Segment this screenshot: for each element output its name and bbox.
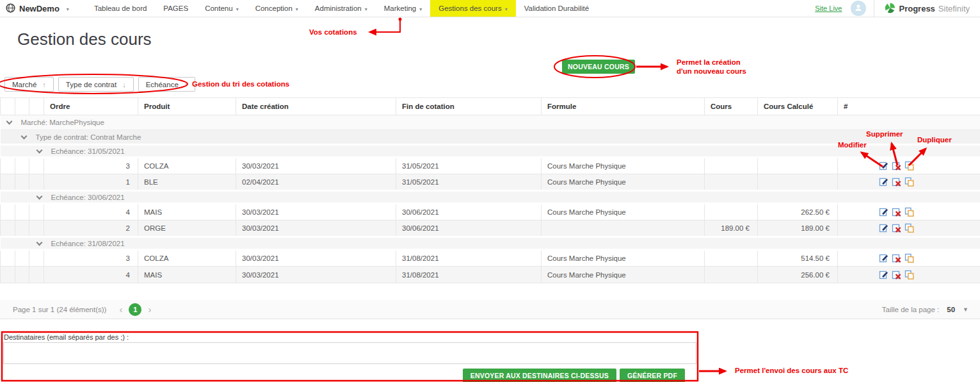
column-header-ordre[interactable]: Ordre [44,98,138,115]
nav-item-validation-durabilite[interactable]: Validation Durabilité [516,0,597,17]
group-label: Type de contrat: Contrat Marche [36,133,141,141]
current-page-button[interactable]: 1 [129,303,141,316]
nav-menu: Tableau de bordPAGESContenu▾Conception▾A… [86,0,597,17]
delete-icon[interactable] [892,161,902,171]
cell-blank [1,220,15,237]
cell-date-creation: 30/03/2021 [236,267,396,283]
user-avatar[interactable] [851,1,866,16]
nav-item-contenu[interactable]: Contenu▾ [197,0,247,17]
edit-icon[interactable] [879,161,889,171]
nav-item-tableau-de-bord[interactable]: Tableau de bord [86,0,155,17]
nav-item-conception[interactable]: Conception▾ [247,0,307,17]
nav-item-marketing[interactable]: Marketing▾ [376,0,431,17]
cell-date-creation: 30/03/2021 [236,220,396,237]
duplicate-icon[interactable] [904,177,915,187]
cell-formule [542,220,705,237]
pagination-bar: Page 1 sur 1 (24 élément(s)) ‹ 1 › Taill… [0,300,980,319]
cell-actions [838,220,980,237]
group-row-echeance-31-08-2021[interactable]: Echéance: 31/08/2021 [1,237,980,250]
collapse-chevron-icon[interactable] [36,240,42,246]
annotation-dot [399,18,402,21]
annotation-nouveau-line2: d'un nouveau cours [677,67,746,75]
cell-actions [838,204,980,220]
annotation-envoi: Permet l'envoi des cours aux TC [735,367,848,374]
cell-actions [838,174,980,191]
column-header-cours-calcule[interactable]: Cours Calculé [758,98,838,115]
cell-fin-cotation: 31/05/2021 [396,174,542,191]
column-header-date-creation[interactable]: Date création [236,98,396,115]
nav-right: Site Live Progress Sitefinity [815,0,980,17]
nav-item-label: Administration [315,4,362,12]
sort-button-label: Type de contrat [66,81,116,88]
cell-blank [15,220,29,237]
column-header-blank[interactable]: # [838,98,980,115]
sort-button-marche[interactable]: Marché↑ [4,77,54,92]
delete-icon[interactable] [892,253,902,263]
annotation-arrow-vos-cotations [370,19,400,32]
column-header-produit[interactable]: Produit [138,98,236,115]
sort-button-label: Marché [12,81,36,88]
cell-blank [15,174,29,191]
duplicate-icon[interactable] [904,253,915,263]
site-live-link[interactable]: Site Live [815,4,842,12]
cell-produit: BLE [138,174,236,191]
column-header-fin-de-cotation[interactable]: Fin de cotation [396,98,542,115]
sort-asc-icon: ↑ [42,81,46,88]
chevron-down-icon[interactable]: ▼ [963,306,968,313]
recipients-textarea[interactable] [3,342,696,364]
progress-pinwheel-icon [885,3,896,15]
column-header-formule[interactable]: Formule [542,98,705,115]
group-label: Echéance: 31/05/2021 [51,147,125,155]
edit-icon[interactable] [879,270,889,280]
collapse-chevron-icon[interactable] [6,119,12,125]
edit-icon[interactable] [879,207,889,217]
edit-icon[interactable] [879,253,889,263]
duplicate-icon[interactable] [904,161,915,171]
cell-blank [15,204,29,220]
generate-pdf-button[interactable]: GÉNÉRER PDF [620,369,685,382]
collapse-chevron-icon[interactable] [36,147,42,154]
sort-button-type-de-contrat[interactable]: Type de contrat↓ [58,77,134,92]
group-row-marche-marchephysique[interactable]: Marché: MarchePhysique [1,115,980,130]
cell-formule: Cours Marche Physique [542,174,705,191]
delete-icon[interactable] [892,223,902,233]
group-row-echeance-31-05-2021[interactable]: Echéance: 31/05/2021 [1,145,980,158]
delete-icon[interactable] [892,177,902,187]
previous-page-button[interactable]: ‹ [115,304,126,315]
brand[interactable]: NewDemo ▾ [6,3,69,14]
nav-item-pages[interactable]: PAGES [155,0,197,17]
chevron-down-icon: ▾ [365,6,367,12]
nav-item-label: Gestions des cours [438,4,501,12]
edit-icon[interactable] [879,177,889,187]
column-header-cours[interactable]: Cours [705,98,758,115]
cell-cours-calcule [758,158,838,174]
delete-icon[interactable] [892,207,902,217]
delete-icon[interactable] [892,270,902,280]
collapse-chevron-icon[interactable] [20,133,27,140]
nav-item-administration[interactable]: Administration▾ [307,0,376,17]
duplicate-icon[interactable] [904,223,915,233]
cell-date-creation: 02/04/2021 [236,174,396,191]
sort-button-echeance[interactable]: Echéance↑ [138,77,196,92]
send-to-recipients-button[interactable]: ENVOYER AUX DESTINAIRES CI-DESSUS [463,369,616,382]
cell-cours-calcule: 514.50 € [758,250,838,267]
cell-blank [29,220,44,237]
send-courses-form: Destinataires (email séparés par des ;) … [3,333,696,382]
page-size-value[interactable]: 50 [947,306,955,313]
duplicate-icon[interactable] [904,270,915,280]
collapse-chevron-icon[interactable] [36,194,42,200]
nav-item-label: Contenu [205,4,232,12]
nav-item-gestions-des-cours[interactable]: Gestions des cours▾ [430,0,515,17]
cell-fin-cotation: 31/05/2021 [396,158,542,174]
edit-icon[interactable] [879,223,889,233]
group-row-echeance-30-06-2021[interactable]: Echéance: 30/06/2021 [1,191,980,204]
group-row-type-de-contrat-contrat-marche[interactable]: Type de contrat: Contrat Marche [1,130,980,145]
new-course-button[interactable]: NOUVEAU COURS [562,60,635,74]
grid-body: Marché: MarchePhysiqueType de contrat: C… [1,115,980,283]
next-page-button[interactable]: › [144,304,155,315]
cell-ordre: 3 [44,158,138,174]
cell-produit: COLZA [138,158,236,174]
duplicate-icon[interactable] [904,207,915,217]
cell-cours [705,174,758,191]
cell-blank [29,267,44,283]
